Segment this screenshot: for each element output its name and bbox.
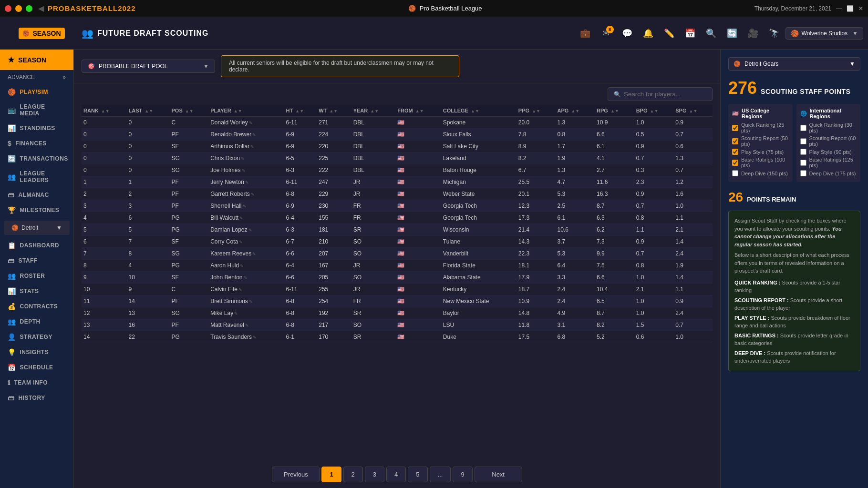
- intl-scouting-report-check[interactable]: [800, 138, 806, 144]
- table-row[interactable]: 12 13 SG Mike Lay✎ 6-8 192 SR 🇺🇸 Baylor …: [82, 307, 713, 319]
- table-row[interactable]: 8 4 PG Aaron Huld✎ 6-4 167 JR 🇺🇸 Florida…: [82, 260, 713, 272]
- col-last[interactable]: LAST ▲▼: [127, 105, 170, 117]
- table-row[interactable]: 0 0 SF Arthimus Dollar✎ 6-9 220 DBL 🇺🇸 S…: [82, 141, 713, 152]
- intl-scouting-report[interactable]: Scouting Report (60 pts): [800, 135, 857, 147]
- sidebar-item-dashboard[interactable]: 📋 DASHBOARD: [0, 238, 73, 253]
- team-selector-nav[interactable]: 🏀 Wolverine Studios ▼: [785, 27, 863, 40]
- sidebar-item-roster[interactable]: 👥 ROSTER: [0, 268, 73, 284]
- sidebar-item-contracts[interactable]: 💰 CONTRACTS: [0, 299, 73, 314]
- table-row[interactable]: 6 7 SF Corry Cota✎ 6-7 210 SO 🇺🇸 Tulane …: [82, 236, 713, 248]
- us-deep-dive-check[interactable]: [732, 170, 738, 176]
- page-9-button[interactable]: 9: [453, 467, 472, 482]
- table-row[interactable]: 3 3 PF Sherrell Hall✎ 6-9 230 FR 🇺🇸 Geor…: [82, 200, 713, 212]
- intl-quick-ranking[interactable]: Quick Ranking (30 pts): [800, 122, 857, 133]
- col-from[interactable]: FROM ▲▼: [395, 105, 441, 117]
- sidebar-item-playsim[interactable]: 🏀 PLAY/SIM: [0, 84, 73, 100]
- us-basic-ratings[interactable]: Basic Ratings (100 pts): [732, 157, 789, 168]
- col-ppg[interactable]: PPG ▲▼: [517, 105, 556, 117]
- col-rank[interactable]: RANK ▲▼: [82, 105, 127, 117]
- intl-basic-ratings[interactable]: Basic Ratings (125 pts): [800, 157, 857, 168]
- sidebar-item-staff[interactable]: 🗃 STAFF: [0, 253, 73, 268]
- close-icon[interactable]: ✕: [858, 5, 863, 12]
- sidebar-item-team-info[interactable]: ℹ TEAM INFO: [0, 375, 73, 390]
- intl-play-style[interactable]: Play Style (90 pts): [800, 149, 857, 155]
- team-dropdown[interactable]: 🏀 Detroit ▼: [4, 221, 70, 235]
- us-scouting-report[interactable]: Scouting Report (50 pts): [732, 135, 789, 147]
- camera-icon[interactable]: 🎥: [744, 24, 763, 43]
- season-button[interactable]: ★ SEASON: [0, 50, 73, 70]
- col-bpg[interactable]: BPG ▲▼: [634, 105, 674, 117]
- sidebar-item-transactions[interactable]: 🔄 TRANSACTIONS: [0, 151, 73, 166]
- sidebar-item-milestones[interactable]: 🏆 MILESTONES: [0, 203, 73, 218]
- us-play-style[interactable]: Play Style (75 pts): [732, 149, 789, 155]
- table-row[interactable]: 0 0 SG Joe Holmes✎ 6-3 222 DBL 🇺🇸 Baton …: [82, 164, 713, 176]
- col-wt[interactable]: WT ▲▼: [317, 105, 351, 117]
- intl-deep-dive[interactable]: Deep Dive (175 pts): [800, 170, 857, 176]
- maximize-button[interactable]: [26, 5, 32, 12]
- page-3-button[interactable]: 3: [365, 467, 384, 482]
- restore-icon[interactable]: ⬜: [847, 5, 854, 12]
- col-apg[interactable]: APG ▲▼: [555, 105, 595, 117]
- minimize-icon[interactable]: —: [836, 5, 842, 12]
- calendar-icon[interactable]: 📅: [681, 24, 700, 43]
- col-year[interactable]: YEAR ▲▼: [351, 105, 396, 117]
- page-5-button[interactable]: 5: [408, 467, 427, 482]
- intl-deep-dive-check[interactable]: [800, 170, 806, 176]
- minimize-button[interactable]: [15, 5, 22, 12]
- col-college[interactable]: COLLEGE ▲▼: [441, 105, 517, 117]
- chat-icon[interactable]: 💬: [618, 24, 637, 43]
- us-scouting-report-check[interactable]: [732, 138, 738, 144]
- us-quick-ranking-check[interactable]: [732, 125, 738, 131]
- col-rpg[interactable]: RPG ▲▼: [595, 105, 634, 117]
- sidebar-item-insights[interactable]: 💡 INSIGHTS: [0, 345, 73, 360]
- mail-icon[interactable]: ✉ 8: [597, 24, 616, 43]
- table-row[interactable]: 14 22 PG Travis Saunders✎ 6-1 170 SR 🇺🇸 …: [82, 331, 713, 343]
- page-4-button[interactable]: 4: [386, 467, 406, 482]
- team-selector-right[interactable]: 🏀 Detroit Gears ▼: [728, 57, 860, 71]
- table-row[interactable]: 0 0 C Donald Worley✎ 6-11 271 DBL 🇺🇸 Spo…: [82, 117, 713, 129]
- table-row[interactable]: 9 10 SF John Benton✎ 6-6 205 SO 🇺🇸 Alaba…: [82, 272, 713, 284]
- sidebar-item-schedule[interactable]: 📅 SCHEDULE: [0, 360, 73, 375]
- binoculars-icon[interactable]: 🔭: [765, 24, 784, 43]
- sidebar-item-depth[interactable]: 👥 DEPTH: [0, 314, 73, 329]
- prev-button[interactable]: Previous: [272, 467, 320, 482]
- col-ht[interactable]: HT ▲▼: [284, 105, 317, 117]
- table-row[interactable]: 0 0 SG Chris Dixon✎ 6-5 225 DBL 🇺🇸 Lakel…: [82, 152, 713, 164]
- us-deep-dive[interactable]: Deep Dive (150 pts): [732, 170, 789, 176]
- search-input[interactable]: [624, 91, 706, 98]
- us-play-style-check[interactable]: [732, 149, 738, 155]
- col-pos[interactable]: POS ▲▼: [170, 105, 209, 117]
- sidebar-item-stats[interactable]: 📊 STATS: [0, 284, 73, 299]
- season-nav-btn[interactable]: 🏀 SEASON: [19, 28, 64, 39]
- us-quick-ranking[interactable]: Quick Ranking (25 pts): [732, 122, 789, 133]
- briefcase-icon[interactable]: 💼: [576, 24, 595, 43]
- page-2-button[interactable]: 2: [343, 467, 363, 482]
- sidebar-item-history[interactable]: 🗃 HISTORY: [0, 390, 73, 406]
- sidebar-item-standings[interactable]: 📊 STANDINGS: [0, 121, 73, 136]
- edit-icon[interactable]: ✏️: [660, 24, 679, 43]
- intl-quick-ranking-check[interactable]: [800, 125, 806, 131]
- sidebar-item-advance[interactable]: ADVANCE »: [0, 70, 73, 84]
- search-container[interactable]: 🔍: [608, 87, 713, 101]
- sidebar-item-league-media[interactable]: 📺 LEAGUE MEDIA: [0, 100, 73, 121]
- us-basic-ratings-check[interactable]: [732, 160, 738, 166]
- table-row[interactable]: 0 0 PF Renaldo Brewer✎ 6-9 224 DBL 🇺🇸 Si…: [82, 129, 713, 141]
- search-icon[interactable]: 🔍: [702, 24, 721, 43]
- sidebar-item-league-leaders[interactable]: 👥 LEAGUE LEADERS: [0, 166, 73, 187]
- table-row[interactable]: 10 9 C Calvin Fife✎ 6-11 255 JR 🇺🇸 Kentu…: [82, 284, 713, 295]
- table-row[interactable]: 2 2 PF Garrett Roberts✎ 6-8 229 JR 🇺🇸 We…: [82, 188, 713, 200]
- intl-basic-ratings-check[interactable]: [800, 160, 806, 166]
- col-spg[interactable]: SPG ▲▼: [673, 105, 713, 117]
- page-1-button[interactable]: 1: [321, 467, 341, 482]
- next-button[interactable]: Next: [475, 467, 522, 482]
- table-row[interactable]: 5 5 PG Damian Lopez✎ 6-3 181 SR 🇺🇸 Wisco…: [82, 224, 713, 236]
- sidebar-item-almanac[interactable]: 🗃 ALMANAC: [0, 187, 73, 203]
- bell-icon[interactable]: 🔔: [639, 24, 658, 43]
- table-row[interactable]: 4 6 PG Bill Walcutt✎ 6-4 155 FR 🇺🇸 Georg…: [82, 212, 713, 224]
- table-row[interactable]: 13 16 PF Matt Ravenel✎ 6-8 217 SO 🇺🇸 LSU…: [82, 319, 713, 331]
- table-row[interactable]: 7 8 SG Kareem Reeves✎ 6-6 207 SO 🇺🇸 Vand…: [82, 248, 713, 260]
- refresh-icon[interactable]: 🔄: [723, 24, 742, 43]
- draft-pool-dropdown[interactable]: 🎯 PROBABLE DRAFT POOL ▼: [82, 60, 215, 73]
- sidebar-item-finances[interactable]: $ FINANCES: [0, 136, 73, 151]
- sidebar-item-strategy[interactable]: 👤 STRATEGY: [0, 329, 73, 345]
